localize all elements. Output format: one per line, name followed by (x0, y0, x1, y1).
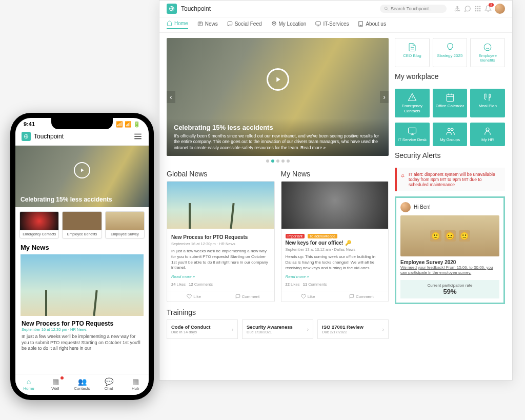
news-image (21, 254, 144, 316)
hub-icon: ▦ (122, 377, 149, 386)
mobile-tile[interactable]: Employee Survey (105, 211, 145, 238)
security-alerts-heading: Security Alerts (395, 151, 505, 159)
greeting-text: Hi Ben! (414, 204, 431, 210)
svg-rect-14 (479, 10, 480, 11)
nav-location[interactable]: My Location (271, 21, 307, 29)
comment-icon (235, 294, 240, 299)
nav-hub[interactable]: ▦Hub (122, 374, 149, 395)
nav-home[interactable]: ⌂Home (15, 374, 42, 395)
acknowledge-badge: To acknowledge (308, 234, 337, 238)
bulb-icon (446, 43, 455, 52)
my-news-heading: My News (281, 170, 389, 178)
play-button[interactable] (267, 68, 289, 91)
header-icons: 3 (454, 4, 505, 14)
svg-point-5 (457, 10, 458, 11)
global-news-heading: Global News (167, 170, 275, 178)
tile-benefits[interactable]: Employee Benefits (470, 38, 505, 67)
play-icon (274, 75, 282, 84)
tile-itdesk[interactable]: IT Service Desk (395, 123, 430, 146)
brand-name: Touchpoint (181, 5, 211, 12)
nav-contacts[interactable]: 👥Contacts (69, 374, 95, 395)
tile-label: IT Service Desk (396, 137, 429, 142)
svg-point-16 (273, 23, 275, 24)
tile-groups[interactable]: My Groups (433, 123, 468, 146)
svg-rect-17 (316, 22, 320, 25)
heart-icon (301, 294, 306, 299)
tile-ceo-blog[interactable]: CEO Blog (395, 38, 430, 67)
training-card[interactable]: Security AwarenessDue 1/16/2021 › (242, 319, 313, 339)
carousel-next[interactable]: › (380, 91, 389, 103)
tile-meal[interactable]: Meal Plan (470, 89, 505, 117)
notifications-button[interactable]: 3 (484, 5, 492, 12)
chat-icon[interactable] (464, 5, 471, 12)
nav-wall[interactable]: ▦Wall (42, 374, 69, 395)
search-input[interactable] (391, 6, 442, 11)
groups-icon (446, 127, 455, 136)
training-due: Due 2/17/2022 (322, 330, 364, 334)
nav-home[interactable]: Home (167, 21, 188, 29)
survey-widget[interactable]: Hi Ben! 🙂😐🙁 Employee Survey 2020 We need… (395, 196, 505, 304)
nav-about[interactable]: About us (358, 21, 386, 29)
training-title: ISO 27001 Review (322, 324, 364, 330)
security-alert[interactable]: IT alert: disponent system will be unava… (395, 168, 505, 191)
hero-body: It's officially been 9 months since we r… (174, 133, 381, 151)
svg-rect-12 (475, 10, 476, 11)
play-button[interactable] (74, 162, 90, 178)
rate-value: 59% (403, 288, 496, 295)
comment-button[interactable]: Comment (335, 291, 388, 302)
tile-label: Employee Benefits (63, 230, 101, 238)
bell-alert-icon (401, 172, 405, 180)
hero-carousel[interactable]: ‹ › Celebrating 15% less accidents It's … (167, 38, 389, 156)
survey-subtitle: We need your feedback! From 15.06. to 30… (400, 265, 499, 276)
news-card[interactable]: New Process for PTO Requests September 1… (167, 181, 275, 302)
svg-point-22 (448, 128, 450, 131)
brand-name: Touchpoint (34, 133, 64, 140)
search-box[interactable] (380, 5, 447, 13)
nav-social[interactable]: Social Feed (227, 21, 262, 29)
orgchart-icon[interactable] (454, 5, 461, 12)
tile-label: Employee Survey (106, 230, 144, 238)
mobile-tile[interactable]: Employee Benefits (62, 211, 102, 238)
svg-rect-9 (475, 8, 476, 9)
mobile-tile[interactable]: Emergency Contacts (19, 211, 59, 238)
news-meta: September 16 at 12:30 pm · HR News (22, 327, 143, 332)
tile-emergency[interactable]: Emergency Contacts (395, 89, 430, 117)
smile-icon (483, 43, 492, 52)
news-icon (197, 21, 203, 27)
tile-label: Employee Benefits (472, 53, 503, 63)
like-button[interactable]: Like (281, 291, 335, 302)
svg-rect-21 (408, 128, 416, 133)
tile-strategy[interactable]: Strategy 2025 (433, 38, 468, 67)
nav-chat[interactable]: 💬Chat (95, 374, 122, 395)
training-card[interactable]: Code of ConductDue in 14 days › (167, 319, 238, 339)
comment-button[interactable]: Comment (220, 291, 274, 302)
chat-icon (227, 21, 233, 27)
participation-rate: Current participation rate 59% (400, 280, 499, 298)
menu-icon[interactable] (133, 132, 143, 141)
nav-label: Home (23, 386, 34, 391)
document-icon (408, 43, 417, 52)
logo-icon (167, 4, 177, 14)
tile-hr[interactable]: My HR (470, 123, 505, 146)
tile-label: Office Calendar (434, 104, 467, 108)
read-more-link[interactable]: Read more » (171, 274, 195, 279)
tile-calendar[interactable]: Office Calendar (433, 89, 468, 117)
mobile-hero[interactable]: Celebrating 15% less accidents (15, 146, 149, 207)
hero-title: Celebrating 15% less accidents (21, 196, 112, 203)
training-card[interactable]: ISO 27001 ReviewDue 2/17/2022 › (317, 319, 389, 339)
svg-rect-20 (447, 94, 454, 102)
carousel-dots[interactable] (167, 158, 389, 164)
nav-news[interactable]: News (197, 21, 218, 29)
phone-mockup: 9:41 📶 📶 🔋 Touchpoint Celebrating 15% le… (10, 113, 154, 400)
news-card[interactable]: Important To acknowledge New keys for ou… (281, 181, 389, 302)
monitor-icon (315, 21, 321, 27)
nav-it[interactable]: IT-Services (315, 21, 349, 29)
rate-label: Current participation rate (403, 283, 496, 288)
apps-icon[interactable] (474, 5, 481, 12)
read-more-link[interactable]: Read more » (286, 274, 309, 279)
user-avatar[interactable] (495, 4, 505, 14)
like-button[interactable]: Like (167, 291, 220, 302)
carousel-prev[interactable]: ‹ (167, 91, 175, 103)
news-stats: 22 Likes 11 Comments (286, 282, 385, 287)
building-icon (358, 21, 364, 27)
